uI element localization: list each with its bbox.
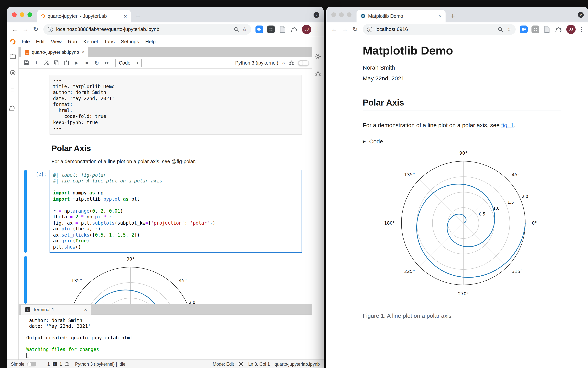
terminal-tab[interactable]: $ Terminal 1 × [21, 305, 91, 315]
markdown-cell[interactable]: Polar Axis For a demonstration of a line… [19, 134, 312, 169]
menu-view[interactable]: View [48, 39, 65, 45]
kernel-name-button[interactable]: Python 3 (ipykernel) [235, 60, 278, 65]
puzzle-extensions-icon[interactable] [554, 25, 563, 33]
window-titlebar[interactable]: quarto-jupyterl - JupyterLab × + ∨ [7, 7, 324, 22]
zoom-window-button[interactable] [347, 12, 351, 17]
puzzle-extensions-icon[interactable] [290, 25, 299, 33]
kernels-count[interactable]: 1 [59, 362, 62, 366]
new-tab-button[interactable]: + [451, 12, 455, 20]
interrupt-kernel-button[interactable]: ■ [82, 61, 91, 65]
svg-text:135°: 135° [71, 278, 82, 283]
bug-debugger-icon[interactable] [289, 60, 294, 65]
terminal-line: date: 'May 22nd, 2021' [26, 323, 312, 329]
terminal-output[interactable]: author: Norah Smith date: 'May 22nd, 202… [19, 315, 312, 359]
back-icon[interactable]: ← [10, 26, 19, 33]
copy-cells-button[interactable] [52, 60, 61, 65]
cut-cells-button[interactable] [42, 60, 51, 65]
notebook-tab[interactable]: quarto-jupyterlab.ipynb × [21, 47, 88, 57]
close-window-button[interactable] [12, 12, 17, 17]
code-cell-editor[interactable]: #| label: fig-polar#| fig.cap: A line pl… [49, 169, 302, 253]
close-window-button[interactable] [331, 12, 336, 17]
menu-run[interactable]: Run [65, 39, 80, 45]
close-terminal-tab-icon[interactable]: × [84, 307, 87, 312]
menu-kernel[interactable]: Kernel [80, 39, 101, 45]
document-tab-bar: quarto-jupyterlab.ipynb × [19, 47, 312, 57]
close-tab-icon[interactable]: × [124, 13, 127, 19]
code-cell[interactable]: [2]: #| label: fig-polar#| fig.cap: A li… [19, 169, 312, 253]
extension-manager-icon[interactable] [9, 104, 16, 111]
traffic-lights [12, 12, 32, 17]
simple-mode-toggle[interactable] [27, 362, 36, 366]
markdown-paragraph: For a demonstration of a line plot on a … [51, 158, 196, 164]
notebook-content[interactable]: ---title: Matplotlib Demoauthor: Norah S… [19, 69, 312, 304]
cursor-position[interactable]: Ln 3, Col 1 [248, 362, 270, 366]
file-browser-icon[interactable] [10, 53, 16, 59]
code-disclosure[interactable]: ▶ Code [363, 138, 561, 145]
extension-dark-icon[interactable] [267, 25, 275, 33]
output-collapser[interactable] [24, 256, 27, 304]
traffic-lights [331, 12, 351, 17]
restart-run-all-button[interactable]: ▶▶ [102, 61, 112, 64]
browser-tab-jupyterlab[interactable]: quarto-jupyterl - JupyterLab × [37, 10, 131, 22]
bookmark-star-icon[interactable]: ☆ [242, 26, 247, 32]
window-titlebar[interactable]: Matplotlib Demo × + ∨ [326, 7, 588, 22]
save-button[interactable] [22, 60, 31, 65]
reload-icon[interactable]: ↻ [351, 26, 360, 33]
tab-search-button[interactable]: ∨ [578, 12, 584, 18]
site-info-icon[interactable]: i [48, 27, 53, 32]
restart-kernel-button[interactable]: ↻ [92, 60, 101, 66]
running-kernels-icon[interactable] [10, 70, 16, 76]
debugger-bug-icon[interactable] [315, 71, 321, 77]
search-icon[interactable] [498, 27, 503, 32]
paste-cells-button[interactable] [62, 60, 71, 65]
globe-icon [65, 362, 69, 366]
minimize-window-button[interactable] [339, 12, 344, 17]
add-cell-button[interactable]: + [32, 59, 41, 66]
property-inspector-gear-icon[interactable] [315, 53, 321, 60]
chrome-menu-icon[interactable]: ⋮ [314, 26, 320, 33]
reload-icon[interactable]: ↻ [31, 26, 40, 33]
menu-edit[interactable]: Edit [33, 39, 48, 45]
table-of-contents-icon[interactable]: ≡ [11, 87, 15, 93]
zoom-extension-icon[interactable] [255, 25, 264, 33]
bookmark-star-icon[interactable]: ☆ [507, 26, 511, 32]
notification-icon[interactable] [239, 361, 244, 367]
notes-extension-icon[interactable] [278, 25, 287, 33]
new-tab-button[interactable]: + [136, 12, 140, 20]
menu-settings[interactable]: Settings [118, 39, 142, 45]
forward-icon[interactable]: → [340, 26, 349, 33]
kernel-status-text[interactable]: Python 3 (ipykernel) | Idle [75, 362, 125, 366]
raw-cell-editor[interactable]: ---title: Matplotlib Demoauthor: Norah S… [49, 75, 302, 134]
forward-icon[interactable]: → [21, 26, 30, 33]
profile-avatar[interactable]: JJ [302, 25, 311, 34]
notes-extension-icon[interactable] [543, 25, 551, 33]
url-text[interactable]: localhost:8888/lab/tree/quarto-jupyterla… [56, 26, 231, 32]
terminals-count[interactable]: 1 [47, 362, 50, 366]
cell-collapser[interactable] [24, 169, 27, 253]
figure-link[interactable]: fig. 1 [501, 122, 514, 128]
address-bar[interactable]: i localhost:6916 ☆ [363, 24, 516, 35]
quarto-rendered-page[interactable]: Matplotlib Demo Norah Smith May 22nd, 20… [326, 36, 588, 368]
menu-file[interactable]: File [19, 39, 33, 45]
tab-search-button[interactable]: ∨ [314, 12, 319, 18]
toolbar-toggle-switch[interactable] [298, 60, 309, 65]
menu-help[interactable]: Help [142, 39, 159, 45]
profile-avatar[interactable]: JJ [566, 25, 576, 34]
zoom-window-button[interactable] [28, 12, 32, 17]
menu-tabs[interactable]: Tabs [101, 39, 118, 45]
close-notebook-tab-icon[interactable]: × [81, 49, 84, 55]
back-icon[interactable]: ← [330, 26, 339, 33]
close-tab-icon[interactable]: × [439, 13, 442, 19]
zoom-extension-icon[interactable] [520, 25, 528, 33]
extension-dark-icon[interactable] [531, 25, 540, 33]
browser-tab-matplotlib-demo[interactable]: Matplotlib Demo × [357, 10, 445, 22]
minimize-window-button[interactable] [20, 12, 24, 17]
run-cell-button[interactable]: ▶ [72, 60, 81, 65]
address-bar[interactable]: i localhost:8888/lab/tree/quarto-jupyter… [43, 24, 251, 35]
raw-cell[interactable]: ---title: Matplotlib Demoauthor: Norah S… [19, 75, 312, 134]
cell-type-dropdown[interactable]: Code ▾ [115, 59, 142, 67]
chrome-menu-icon[interactable]: ⋮ [578, 26, 585, 33]
site-info-icon[interactable]: i [367, 27, 372, 32]
url-text[interactable]: localhost:6916 [376, 26, 495, 32]
search-icon[interactable] [234, 27, 239, 32]
